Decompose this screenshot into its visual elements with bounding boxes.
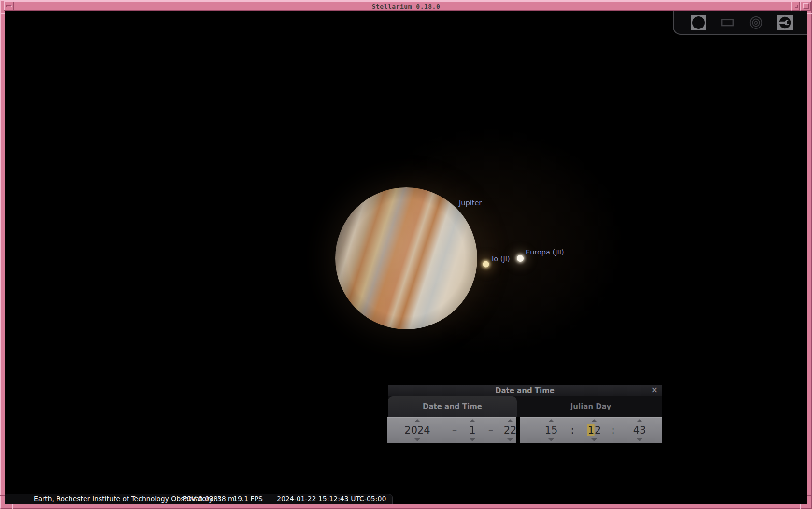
wrench-icon [777,14,793,31]
time-separator: : [611,424,614,436]
date-spin-panel: 2024 – 1 – 22 [387,417,516,443]
spin-up-arrow[interactable] [637,419,642,422]
frame-notch [0,13,5,14]
time-separator: : [570,424,574,436]
spin-down-arrow[interactable] [637,438,642,441]
window-menu-button[interactable] [4,1,14,11]
frame-notch [12,504,13,509]
oculars-settings-button[interactable] [777,15,793,30]
tab-julian-day[interactable]: Julian Day [520,396,662,417]
maximize-button[interactable] [800,1,811,11]
spin-down-arrow[interactable] [591,438,597,441]
sky-view[interactable]: Jupiter Io (JI) Europa (JII) [5,11,807,504]
minimize-icon [795,5,798,8]
date-separator: – [488,424,494,436]
spin-down-arrow[interactable] [548,438,554,441]
frame-notch [800,504,801,509]
spin-up-arrow[interactable] [591,419,597,422]
oculars-toolbar [673,11,807,35]
spin-down-arrow[interactable] [470,438,475,441]
window-titlebar[interactable]: Stellarium 0.18.0 [5,1,807,11]
tab-date-and-time[interactable]: Date and Time [388,396,517,417]
minute-rest-digit: 2 [595,424,601,436]
dialog-tab-row: Date and Time Julian Day [388,396,662,417]
spin-up-arrow[interactable] [414,419,420,422]
window-title: Stellarium 0.18.0 [6,3,806,10]
hour-field[interactable]: 15 [545,424,558,436]
spin-up-arrow[interactable] [507,419,513,422]
time-spin-panel: 15 : 12 : 43 [520,417,662,443]
year-field[interactable]: 2024 [404,424,430,436]
jupiter-label: Jupiter [459,199,482,207]
telrad-button[interactable] [748,15,764,30]
dialog-title: Date and Time [388,386,662,395]
fov-text: FOV 0.038° [183,495,221,503]
spin-up-arrow[interactable] [548,419,554,422]
frame-notch [807,495,812,496]
status-bar: Earth, Rochester Institute of Technology… [5,494,393,504]
spin-up-arrow[interactable] [470,419,475,422]
frame-notch [807,13,812,14]
ocular-view-button[interactable] [691,15,706,30]
europa-label: Europa (JII) [526,248,564,256]
ocular-icon [692,16,705,29]
dialog-titlebar[interactable]: Date and Time × [388,385,662,396]
spin-down-arrow[interactable] [414,438,420,441]
stellarium-window: Stellarium 0.18.0 Jupiter Io (JI) Europa… [0,0,812,509]
ccd-sensor-button[interactable] [720,15,735,30]
frame-notch [0,495,5,496]
io-label: Io (JI) [492,255,510,263]
window-menu-icon [6,5,12,7]
maximize-icon [803,3,809,9]
telrad-icon [748,14,764,31]
moon-europa[interactable] [517,255,524,262]
minute-selected-digit: 1 [587,424,595,436]
minimize-button[interactable] [791,1,800,11]
datetime-text: 2024-01-22 15:12:43 UTC-05:00 [277,495,386,503]
minute-field[interactable]: 12 [587,424,601,436]
second-field[interactable]: 43 [633,424,646,436]
fps-text: 19.1 FPS [233,495,263,503]
date-separator: – [452,424,457,436]
close-icon[interactable]: × [651,385,658,395]
day-field[interactable]: 22 [504,424,517,436]
planet-jupiter[interactable] [335,187,477,329]
ccd-frame-icon [720,14,735,31]
moon-io[interactable] [483,261,489,268]
month-field[interactable]: 1 [469,424,475,436]
date-time-dialog: Date and Time × Date and Time Julian Day… [388,385,662,443]
spin-down-arrow[interactable] [507,438,513,441]
